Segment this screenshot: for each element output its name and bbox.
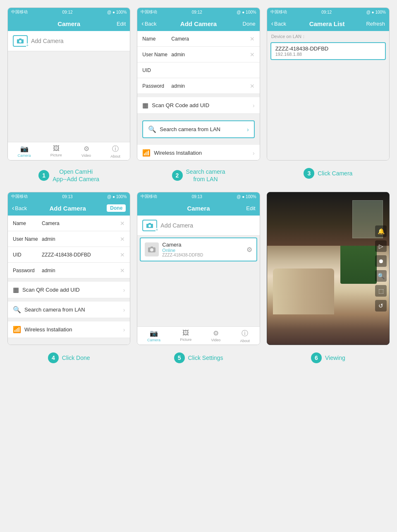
edit-button-1[interactable]: Edit (109, 21, 126, 27)
scan-qr-action-4[interactable]: ▦ Scan QR Code add UID › (8, 282, 130, 298)
camera-info-5: Camera Online ZZZZ-418438-DDFBD (162, 242, 243, 257)
camera-list-item[interactable]: ZZZZ-418438-DDFBD 192.168.1.88 (270, 42, 386, 60)
password-clear-2[interactable]: ✕ (250, 83, 255, 89)
field-name-4[interactable]: Name Camera ✕ (8, 216, 130, 231)
search-lan-action-4[interactable]: 🔍 Search camera from LAN › (8, 302, 130, 318)
tab-picture-5[interactable]: 🖼 Picture (180, 329, 191, 343)
nav-bar-3: ‹ Back Camera List Refresh (267, 16, 389, 31)
divider-2c (137, 141, 259, 145)
wireless-action-4[interactable]: 📶 Wireless Installation › (8, 321, 130, 338)
step-label-3: 3 Click Camera (263, 164, 393, 185)
svg-rect-5 (148, 223, 151, 224)
field-uid-4[interactable]: UID ZZZZ-418438-DDFBD ✕ (8, 247, 130, 263)
edit-button-5[interactable]: Edit (239, 205, 256, 211)
name-label-2: Name (142, 36, 171, 42)
back-arrow-3: ‹ (271, 20, 273, 27)
username-clear-4[interactable]: ✕ (120, 236, 125, 242)
zoom-button[interactable]: 🔍 (375, 270, 387, 282)
back-button-3[interactable]: ‹ Back (271, 20, 288, 27)
username-clear-2[interactable]: ✕ (250, 51, 255, 58)
status-bar-2: 中国移动 09:12 @ ● 100% (137, 8, 259, 16)
step-label-4: 4 Click Done (4, 348, 134, 369)
qr-arrow-4: › (123, 287, 125, 293)
add-camera-row[interactable]: Add Camera (8, 31, 130, 51)
icons-1: @ ● 100% (107, 10, 127, 14)
status-bar-1: 中国移动 09:12 @ ● 100% (8, 8, 130, 16)
password-value-2: admin (171, 83, 249, 89)
scan-qr-action-2[interactable]: ▦ Scan QR Code add UID › (137, 97, 259, 114)
password-label-2: Password (142, 83, 171, 89)
search-icon-2: 🔍 (148, 125, 156, 133)
tab-about-5[interactable]: ⓘ About (240, 329, 250, 343)
tab-camera-1[interactable]: 📷 Camera (18, 145, 31, 158)
icons-4: @ ● 100% (107, 194, 127, 199)
field-password-4[interactable]: Password admin ✕ (8, 263, 130, 278)
carrier-5: 中国移动 (141, 194, 157, 199)
nav-bar-2: ‹ Back Add Camera Done (137, 16, 259, 31)
form-section-2: Name Camera ✕ User Name admin ✕ UID P (137, 31, 259, 94)
name-label-4: Name (13, 220, 42, 226)
tab-video-1[interactable]: ⚙ Video (81, 145, 91, 158)
step-circle-6: 6 (311, 352, 322, 363)
tab-about-1[interactable]: ⓘ About (110, 145, 120, 158)
field-password-2[interactable]: Password admin ✕ (137, 78, 259, 94)
scan-qr-text-2: Scan QR Code add UID (152, 102, 253, 108)
step-text-6: Viewing (325, 354, 345, 362)
status-bar-4: 中国移动 09:13 @ ● 100% (8, 192, 130, 201)
name-clear-2[interactable]: ✕ (250, 36, 255, 42)
nav-bar-1: Camera Edit (8, 16, 130, 31)
wireless-text-4: Wireless Installation (24, 326, 123, 333)
uid-clear-4[interactable]: ✕ (120, 252, 125, 258)
search-icon-4: 🔍 (13, 306, 21, 314)
tab-bar-5: 📷 Camera 🖼 Picture ⚙ Video ⓘ About (137, 326, 259, 345)
video-tab-icon: ⚙ (84, 145, 89, 153)
icons-2: @ ● 100% (237, 10, 256, 14)
play-button[interactable]: ▷ (375, 240, 387, 252)
back-label-2: Back (145, 21, 157, 27)
back-button-2[interactable]: ‹ Back (141, 20, 158, 27)
search-lan-arrow-4: › (123, 307, 125, 313)
add-camera-row-5[interactable]: Add Camera (137, 216, 259, 236)
scan-qr-text-4: Scan QR Code add UID (22, 287, 123, 293)
camera-tab-icon-5: 📷 (150, 329, 158, 337)
back-arrow-2: ‹ (141, 20, 143, 27)
field-username-4[interactable]: User Name admin ✕ (8, 231, 130, 247)
field-username-2[interactable]: User Name admin ✕ (137, 47, 259, 62)
back-label-3: Back (274, 21, 286, 27)
carrier-2: 中国移动 (141, 9, 157, 15)
wireless-arrow-2: › (253, 150, 255, 156)
nav-bar-4: ‹ Back Add Camera Done (8, 201, 130, 216)
time-3: 09:12 (321, 10, 332, 14)
search-lan-action-2[interactable]: 🔍 Search camera from LAN › (142, 120, 254, 138)
camera-uid-5: ZZZZ-418438-DDFBD (162, 253, 243, 257)
done-button-2[interactable]: Done (239, 21, 256, 27)
field-name-2[interactable]: Name Camera ✕ (137, 31, 259, 47)
record-button[interactable]: ⏺ (375, 255, 387, 267)
step-circle-5: 5 (174, 352, 185, 363)
device-on-lan-label: Device on LAN： (267, 31, 389, 41)
settings-icon-5[interactable]: ⚙ (246, 246, 252, 254)
done-button-4[interactable]: Done (107, 204, 126, 212)
wireless-action-2[interactable]: 📶 Wireless Installation › (137, 145, 259, 160)
camera-entry-5[interactable]: Camera Online ZZZZ-418438-DDFBD ⚙ (140, 237, 257, 261)
status-bar-3: 中国移动 09:12 @ ● 100% (267, 8, 389, 16)
bell-button[interactable]: 🔔 (375, 225, 387, 237)
svg-point-4 (148, 225, 151, 227)
search-lan-text-2: Search camera from LAN (160, 126, 247, 132)
time-1: 09:12 (62, 10, 72, 14)
device-ip: 192.168.1.88 (275, 52, 381, 57)
username-label-4: User Name (13, 236, 42, 242)
field-uid-2[interactable]: UID (137, 62, 259, 78)
refresh-button-3[interactable]: Refresh (366, 21, 385, 27)
wifi-icon-2: 📶 (142, 149, 151, 157)
tab-picture-1[interactable]: 🖼 Picture (50, 145, 62, 158)
tab-camera-5[interactable]: 📷 Camera (147, 329, 160, 343)
rotate-button[interactable]: ↺ (375, 300, 387, 312)
tab-video-5[interactable]: ⚙ Video (211, 329, 220, 343)
back-button-4[interactable]: ‹ Back (12, 204, 29, 212)
qr-icon-4: ▦ (13, 286, 19, 294)
password-clear-4[interactable]: ✕ (120, 267, 125, 274)
icons-5: @ ● 100% (237, 194, 256, 199)
screenshot-button[interactable]: ⬚ (375, 285, 387, 297)
name-clear-4[interactable]: ✕ (120, 220, 125, 227)
